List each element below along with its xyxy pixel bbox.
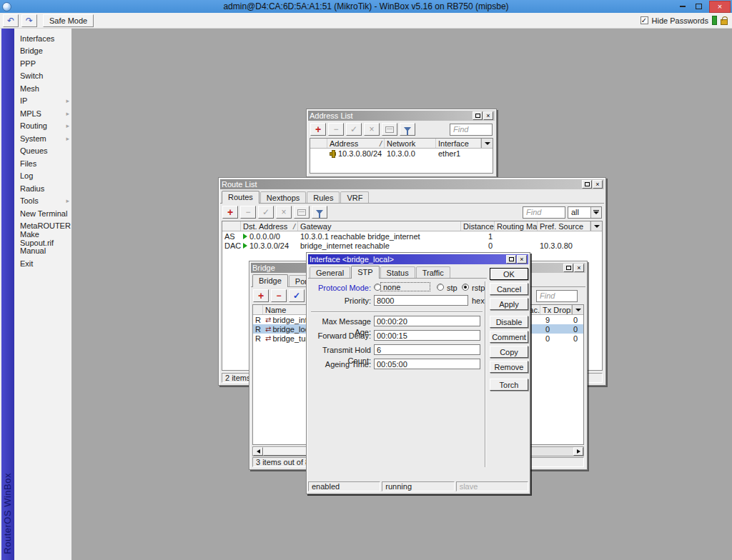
enable-button[interactable]: ✓	[258, 206, 274, 219]
route-list-titlebar[interactable]: Route List ×	[220, 179, 604, 189]
priority-input[interactable]: 8000	[374, 295, 468, 306]
tx-drops-column-header[interactable]: Tx Drops	[540, 305, 572, 314]
add-button[interactable]: +	[310, 123, 326, 136]
column-menu-button[interactable]	[481, 139, 493, 148]
sidebar-item-mesh[interactable]: Mesh	[14, 82, 71, 95]
sidebar-item-new-terminal[interactable]: New Terminal	[14, 207, 71, 220]
gateway-column-header[interactable]: Gateway	[298, 221, 461, 231]
close-icon[interactable]: ×	[574, 264, 584, 272]
protocol-rstp-radio[interactable]	[462, 284, 469, 291]
protocol-stp-radio[interactable]	[437, 284, 444, 291]
maximize-icon[interactable]	[506, 255, 516, 264]
table-row[interactable]: DAC 10.3.0.0/24 bridge_internet reachabl…	[222, 241, 602, 250]
tab-bridge[interactable]: Bridge	[252, 274, 288, 287]
sidebar-item-radius[interactable]: Radius	[14, 182, 71, 195]
tab-general[interactable]: General	[310, 266, 350, 278]
filter-button[interactable]	[312, 206, 327, 219]
sidebar-item-queues[interactable]: Queues	[14, 145, 71, 158]
disable-button[interactable]: ×	[276, 206, 292, 219]
comment-button[interactable]: Comment	[490, 331, 528, 343]
add-button[interactable]: +	[222, 206, 238, 219]
network-column-header[interactable]: Network	[385, 139, 436, 148]
apply-button[interactable]: Apply	[490, 298, 528, 310]
protocol-none-label[interactable]: none	[380, 282, 430, 291]
remove-button[interactable]: Remove	[490, 361, 528, 373]
flags-column-header[interactable]	[253, 305, 263, 314]
copy-button[interactable]: Copy	[490, 346, 528, 358]
forward-delay-input[interactable]: 00:00:15	[374, 330, 480, 341]
protocol-rstp-label[interactable]: rstp	[472, 284, 485, 292]
maximize-icon[interactable]	[563, 264, 573, 272]
address-list-titlebar[interactable]: Address List ×	[308, 111, 495, 121]
sidebar-item-log[interactable]: Log	[14, 170, 71, 183]
close-icon[interactable]: ×	[483, 111, 493, 120]
find-input[interactable]: Find	[536, 290, 578, 302]
remove-button[interactable]: −	[240, 206, 256, 219]
sidebar-item-tools[interactable]: Tools▸	[14, 195, 71, 208]
tab-routes[interactable]: Routes	[222, 191, 259, 204]
comment-button[interactable]	[382, 123, 397, 136]
safe-mode-button[interactable]: Safe Mode	[43, 14, 94, 27]
interface-column-header[interactable]: Interface	[436, 139, 481, 148]
sidebar-item-make-supout[interactable]: Make Supout.rif	[14, 232, 71, 245]
address-column-header[interactable]: Address/	[327, 139, 385, 148]
scroll-left-icon[interactable]	[253, 447, 263, 456]
disable-button[interactable]: ×	[364, 123, 380, 136]
sidebar-item-switch[interactable]: Switch	[14, 70, 71, 83]
tab-vrf[interactable]: VRF	[340, 191, 369, 203]
maximize-icon[interactable]	[473, 111, 483, 120]
comment-button[interactable]	[294, 206, 310, 219]
tab-nexthops[interactable]: Nexthops	[260, 191, 306, 203]
flags-column-header[interactable]	[310, 139, 327, 148]
sidebar-item-interfaces[interactable]: Interfaces	[14, 32, 71, 45]
tab-status[interactable]: Status	[380, 266, 415, 278]
transmit-hold-count-input[interactable]: 6	[374, 344, 480, 355]
remove-button[interactable]: −	[271, 289, 287, 302]
sidebar-item-ip[interactable]: IP▸	[14, 95, 71, 108]
find-input[interactable]: Find	[450, 124, 493, 136]
ageing-time-input[interactable]: 00:05:00	[374, 359, 480, 369]
disable-button[interactable]: Disable	[490, 316, 528, 328]
protocol-stp-label[interactable]: stp	[447, 284, 458, 292]
minimize-button[interactable]	[675, 1, 691, 12]
filter-scope-dropdown[interactable]: all	[568, 206, 602, 219]
add-button[interactable]: +	[253, 289, 269, 302]
tab-stp[interactable]: STP	[351, 266, 379, 279]
undo-button[interactable]: ↶	[3, 14, 19, 27]
ok-button[interactable]: OK	[490, 268, 528, 280]
enable-button[interactable]: ✓	[346, 123, 362, 136]
sidebar-item-system[interactable]: System▸	[14, 132, 71, 145]
table-row[interactable]: 10.3.0.80/24 10.3.0.0 ether1	[310, 149, 493, 158]
hide-passwords-checkbox[interactable]: ✓	[640, 16, 648, 24]
remove-button[interactable]: −	[328, 123, 344, 136]
filter-button[interactable]	[400, 123, 415, 136]
close-icon[interactable]: ×	[517, 255, 527, 264]
pref-source-column-header[interactable]: Pref. Source	[538, 221, 590, 231]
sidebar-item-mpls[interactable]: MPLS▸	[14, 107, 71, 120]
column-menu-button[interactable]	[572, 305, 583, 314]
tab-traffic[interactable]: Traffic	[416, 266, 450, 278]
routing-mark-column-header[interactable]: Routing Mark	[495, 221, 538, 231]
flags-column-header[interactable]	[222, 221, 241, 231]
dst-address-column-header[interactable]: Dst. Address/	[241, 221, 298, 231]
enable-button[interactable]: ✓	[289, 289, 305, 302]
sidebar-item-manual[interactable]: Manual	[14, 245, 71, 258]
torch-button[interactable]: Torch	[490, 379, 528, 391]
distance-column-header[interactable]: Distance	[461, 221, 495, 231]
tab-rules[interactable]: Rules	[307, 191, 340, 203]
sidebar-item-bridge[interactable]: Bridge	[14, 45, 71, 58]
close-icon[interactable]: ×	[593, 180, 603, 189]
maximize-icon[interactable]	[582, 180, 592, 189]
scroll-right-icon[interactable]	[573, 447, 583, 456]
restore-button[interactable]	[691, 1, 706, 12]
redo-button[interactable]: ↷	[21, 14, 37, 27]
sidebar-item-files[interactable]: Files	[14, 157, 71, 170]
close-button[interactable]: ×	[709, 1, 731, 13]
dropdown-button[interactable]	[590, 207, 601, 218]
table-row[interactable]: AS 0.0.0.0/0 10.3.0.1 reachable bridge_i…	[222, 231, 602, 241]
sidebar-item-exit[interactable]: Exit	[14, 257, 71, 270]
sidebar-item-routing[interactable]: Routing▸	[14, 120, 71, 133]
interface-dialog-titlebar[interactable]: Interface <bridge_local> ×	[308, 254, 528, 264]
max-message-age-input[interactable]: 00:00:20	[374, 316, 480, 326]
sidebar-item-ppp[interactable]: PPP	[14, 57, 71, 70]
